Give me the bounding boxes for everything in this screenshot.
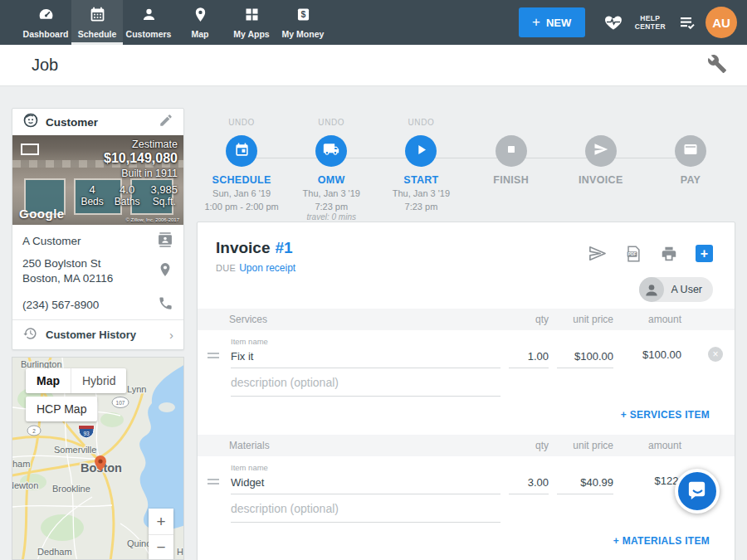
invoice-header: Invoice#1 DUEUpon receipt PDF + A User [198,222,735,309]
item-name-label: Item name [231,337,500,346]
property-photo: Zestimate $10,149,080 Built in 1911 4Bed… [12,135,183,225]
omw-step-button[interactable] [315,135,347,167]
zillow-copyright: © Zillow, Inc. 2006-2017 [126,217,179,222]
invoice-card: Invoice#1 DUEUpon receipt PDF + A User S… [197,222,735,560]
chat-launcher-button[interactable] [675,469,720,514]
pay-step-button[interactable] [675,135,706,167]
materials-section-label: Materials [229,440,500,451]
assignee-avatar-icon [639,277,664,302]
new-button[interactable]: + NEW [519,7,585,37]
address-line2: Boston, MA 02116 [22,272,113,285]
send-invoice-icon[interactable] [588,244,607,263]
undo-omw-link[interactable]: UNDO [286,118,376,129]
svg-text:PDF: PDF [628,252,637,256]
customer-name-row: A Customer [12,225,183,253]
dashboard-icon [37,6,55,27]
map-type-hybrid-button[interactable]: Hybrid [71,368,126,393]
map-pin-icon [192,6,209,27]
zoom-out-button[interactable]: − [149,534,173,560]
nav-item-map[interactable]: Map [174,0,226,45]
nav-label: Map [192,29,209,39]
customer-history-row[interactable]: Customer History › [12,319,183,349]
material-unit-price-input[interactable] [557,474,613,494]
step-travel-time: travel: 0 mins [286,212,376,222]
apps-grid-icon [243,6,261,27]
amount-column-header: amount [622,314,681,325]
add-materials-item-link[interactable]: + MATERIALS ITEM [613,535,710,547]
nav-item-schedule[interactable]: Schedule [71,0,123,45]
hcp-map-button[interactable]: HCP Map [26,397,97,421]
contact-card-icon[interactable] [157,231,173,251]
due-value-link[interactable]: Upon receipt [239,262,295,274]
qty-column-header: qty [509,314,549,325]
drag-handle[interactable] [208,479,222,494]
calendar-icon [234,142,250,161]
add-services-item-link[interactable]: + SERVICES ITEM [621,409,710,421]
nav-item-dashboard[interactable]: Dashboard [20,0,71,45]
service-description-row [198,373,735,397]
pdf-icon[interactable]: PDF [624,245,642,263]
customer-address: 250 Boylston StBoston, MA 02116 [22,256,157,286]
google-logo: Google [19,207,65,221]
drag-handle[interactable] [208,353,222,368]
service-description-input[interactable] [231,373,500,397]
assignee-chip[interactable]: A User [639,277,713,302]
step-time: 1:00 pm - 2:00 pm [197,201,286,212]
user-avatar[interactable]: AU [706,7,737,38]
history-icon [22,326,37,343]
timeline-step-invoice: INVOICE [556,108,646,220]
invoice-actions: PDF + [588,244,713,263]
zestimate-value: $10,149,080 [81,150,178,167]
service-unit-price-input[interactable] [557,348,613,368]
baths-value: 4.0 [115,183,140,196]
zoom-in-button[interactable]: + [149,509,173,534]
add-invoice-action-button[interactable]: + [696,245,713,262]
sqft-value: 3,985 [150,183,178,196]
nav-label: Customers [126,29,172,39]
timeline-step-schedule: UNDO SCHEDULE Sun, Jan 6 '19 1:00 pm - 2… [197,108,286,220]
undo-schedule-link[interactable]: UNDO [197,118,286,129]
job-settings-icon[interactable] [707,54,727,77]
customer-history-label: Customer History [46,329,169,341]
map-type-map-button[interactable]: Map [26,368,71,393]
list-check-icon[interactable] [677,12,697,32]
nav-item-my-apps[interactable]: My Apps [226,0,277,45]
material-item-name-input[interactable] [231,474,500,494]
service-item-name-input[interactable] [231,348,500,368]
undo-start-link[interactable]: UNDO [376,118,466,129]
map-label-waltham: ham [12,459,30,469]
invoice-due: DUEUpon receipt [216,262,588,274]
map-label-hingham: Hi [177,547,184,557]
heart-pulse-icon[interactable] [603,12,623,32]
material-description-input[interactable] [231,499,500,523]
print-icon[interactable] [660,245,678,263]
services-section-header: Services qty unit price amount [198,309,735,330]
start-step-button[interactable] [405,135,437,167]
nav-item-customers[interactable]: Customers [123,0,174,45]
beds-label: Beds [81,196,103,207]
step-date: Sun, Jan 6 '19 [197,187,286,199]
street-view-icon[interactable] [21,144,39,155]
material-qty-input[interactable] [509,474,549,494]
remove-service-item-button[interactable]: × [708,347,723,362]
undo-spacer [466,118,556,129]
edit-pencil-icon[interactable] [159,113,173,131]
location-pin-icon[interactable] [157,261,173,282]
step-date: Thu, Jan 3 '19 [286,187,376,199]
timeline-step-start: UNDO START Thu, Jan 3 '19 7:23 pm [376,108,466,220]
help-center-link[interactable]: HELP CENTER [635,14,666,31]
amount-column-header: amount [622,440,681,451]
property-stats: 4Beds 4.0Baths 3,985Sq.ft. [81,183,178,207]
services-section-label: Services [229,314,500,325]
page-title: Job [32,56,707,75]
person-icon [140,6,158,27]
service-qty-input[interactable] [509,348,549,368]
invoice-step-button[interactable] [585,135,617,167]
service-amount: $100.00 [622,348,681,368]
schedule-step-button[interactable] [226,135,257,167]
svg-text:93: 93 [83,431,90,436]
invoice-title: Invoice#1 [216,239,588,257]
nav-item-my-money[interactable]: $ My Money [277,0,329,45]
phone-icon[interactable] [158,295,173,314]
finish-step-button[interactable] [496,135,527,167]
